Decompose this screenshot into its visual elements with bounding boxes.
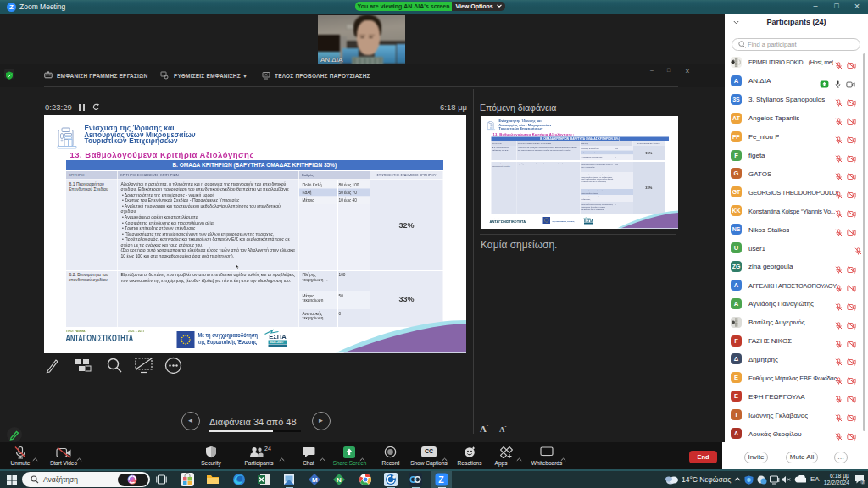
svg-text:7: 7 bbox=[862, 480, 865, 485]
svg-text:N: N bbox=[337, 476, 342, 484]
svg-text:Z: Z bbox=[438, 474, 444, 485]
svg-text:M: M bbox=[312, 476, 318, 484]
